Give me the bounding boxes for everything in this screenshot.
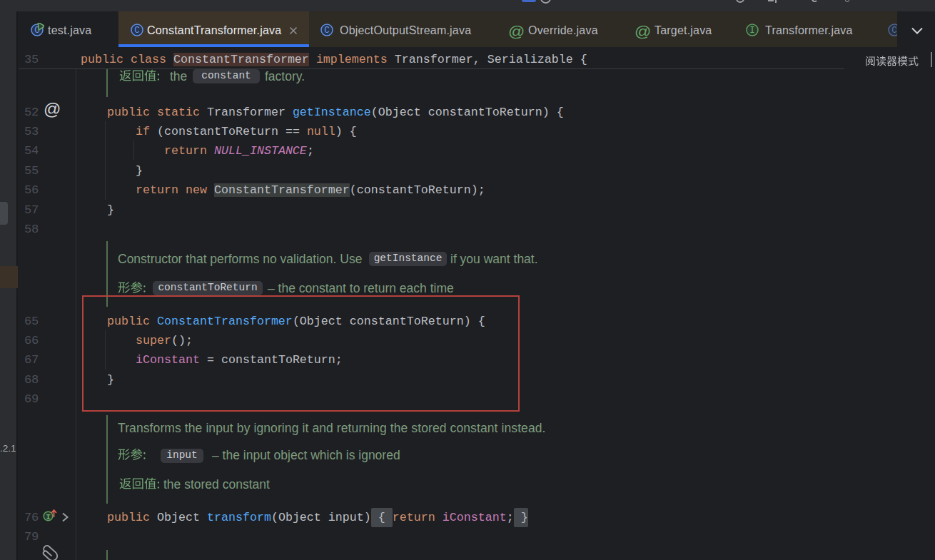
svg-text:C: C — [134, 26, 140, 36]
svg-text:C: C — [891, 26, 897, 36]
svg-text:I: I — [749, 26, 755, 36]
svg-text:I: I — [46, 513, 51, 521]
svg-text:C: C — [324, 26, 330, 36]
